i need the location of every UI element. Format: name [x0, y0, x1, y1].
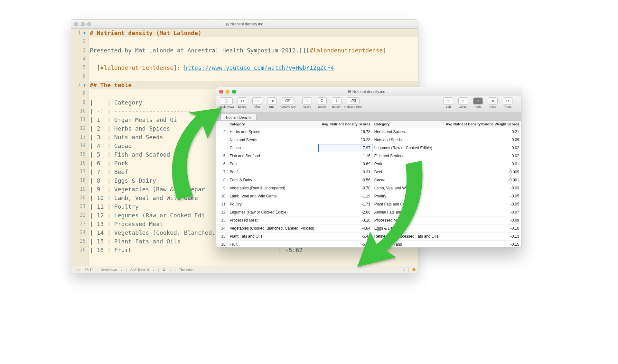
row-index[interactable]: 5 — [216, 152, 228, 160]
cell-category-2[interactable]: Animal Skin and — [372, 241, 442, 248]
cell-category-2[interactable]: Plant Fats and Oils — [372, 200, 442, 208]
cell-score-2[interactable]: 0.009 — [442, 168, 521, 176]
table-row[interactable]: 2Herbs and Spices16.78Herbs and Spices0.… — [216, 128, 521, 136]
toggle-rows-button[interactable]: ⎕Toggle Rows — [218, 97, 235, 108]
cell-score-2[interactable]: -0.07 — [442, 208, 521, 216]
cell-category[interactable]: Vegetables (Raw & Unprepared) — [228, 184, 318, 192]
cell-score-2[interactable]: -0.03 — [442, 184, 521, 192]
prune-button[interactable]: ✂Prune — [501, 97, 515, 108]
cell-score[interactable]: 10.28 — [318, 136, 372, 144]
line-gutter[interactable]: 1 ▼234567 ▼89101112131415161718192021222… — [71, 29, 89, 266]
none-button[interactable]: ✕None — [486, 97, 500, 108]
line-number[interactable]: 9 — [71, 98, 86, 107]
line-number[interactable]: 10 — [71, 107, 86, 115]
code-line[interactable]: | 8 | Eggs & Dairy — [90, 177, 156, 184]
cell-score[interactable]: 16.78 — [318, 128, 372, 136]
cell-score-2[interactable]: 0.09 — [442, 136, 521, 144]
row-index[interactable] — [216, 144, 228, 152]
cell-score[interactable]: -3.10 — [318, 216, 372, 224]
table-titlebar[interactable]: ▤ Nutrient density.md ⌄ — [216, 87, 521, 96]
cell-score[interactable]: -4.84 — [318, 224, 372, 232]
table-row[interactable]: 15Plant Fats and Oils-5.41Refined and Pr… — [216, 232, 521, 241]
line-number[interactable]: 2 — [71, 37, 86, 46]
table-row[interactable]: 7Beef0.31Beef0.009 — [216, 168, 521, 176]
dropdown-icon[interactable]: ⌄ — [387, 90, 389, 93]
cell-category-2[interactable]: Pork — [372, 160, 442, 168]
symbol-navigator[interactable]: The table — [179, 268, 193, 272]
code-line[interactable]: Presented by Mat Lalonde at Ancestral He… — [90, 47, 386, 54]
cell-score-2[interactable]: -0.13 — [442, 232, 521, 241]
remove-row-button[interactable]: ⌫Remove Row — [344, 97, 362, 108]
table-row[interactable]: Nuts and Seeds10.28Nuts and Seeds0.09 — [216, 136, 521, 144]
cell-score-2[interactable]: -0.001 — [442, 176, 521, 184]
cell-category[interactable]: Herbs and Spices — [228, 128, 318, 136]
code-line[interactable]: | 4 | Cacao — [90, 142, 132, 149]
cell-score[interactable]: 0.31 — [318, 168, 372, 176]
code-line[interactable]: | 11 | Poultry — [90, 203, 139, 210]
row-index[interactable]: 9 — [216, 184, 228, 192]
col-score-2[interactable]: Avg Nutrient Density/Caloric Weight Scor… — [442, 121, 521, 128]
table-row[interactable]: 8Eggs & Dairy-0.56Cacao-0.001 — [216, 176, 521, 184]
remove-col-button[interactable]: ⌫Remove Col — [280, 97, 296, 108]
row-index[interactable]: 10 — [216, 192, 228, 200]
cell-score-2[interactable]: 0.02 — [442, 144, 521, 152]
updown-icon[interactable]: ⇅ — [402, 268, 405, 271]
row-index[interactable]: 7 — [216, 168, 228, 176]
row-index[interactable]: 11 — [216, 200, 228, 208]
line-number[interactable]: 7 ▼ — [71, 81, 86, 89]
code-line[interactable]: | 6 | Pork — [90, 160, 128, 167]
table-row[interactable]: 14Vegetables (Cooked, Blanched, Canned, … — [216, 224, 521, 232]
before-button[interactable]: ↤Before — [235, 97, 249, 108]
cell-category[interactable]: Pork — [228, 160, 318, 168]
after-button[interactable]: ↦After — [250, 97, 264, 108]
cell-score[interactable]: -0.56 — [318, 176, 372, 184]
cell-category[interactable]: Lamb, Veal and Wild Game — [228, 192, 318, 200]
cell-category[interactable]: Nuts and Seeds — [228, 136, 318, 144]
code-line[interactable]: | 1 | Organ Meats and Oi — [90, 116, 177, 123]
cell-category[interactable]: Cacao — [228, 144, 318, 152]
cell-score-2[interactable]: -0.15 — [442, 241, 521, 248]
line-number[interactable]: 14 — [71, 141, 86, 150]
cell-score[interactable]: 7.97 — [318, 144, 372, 152]
editor-titlebar[interactable]: ▤ Nutrient density.md — [71, 20, 418, 29]
line-number[interactable]: 4 — [71, 55, 86, 63]
table-row[interactable]: 5Fish and Seafood1.16Fish and Seafood0.0… — [216, 152, 521, 160]
line-number[interactable]: 24 — [71, 228, 86, 237]
code-line[interactable]: | 2 | Herbs and Spices — [90, 125, 170, 132]
code-line[interactable]: | -: | ---------------------- — [90, 108, 191, 114]
col-category-1[interactable]: Category — [228, 121, 318, 128]
line-number[interactable]: 11 — [71, 115, 86, 124]
line-number[interactable]: 8 — [71, 89, 86, 98]
cell-score-2[interactable]: -0.09 — [442, 216, 521, 224]
cell-category[interactable]: Fruit — [228, 241, 318, 248]
table-row[interactable]: 12Legumes (Raw or Cooked Edible)-2.86Ani… — [216, 208, 521, 216]
cell-category[interactable]: Plant Fats and Oils — [228, 232, 318, 241]
dropdown-icon[interactable]: ⌄ — [120, 268, 123, 271]
table-row[interactable]: 16Fruit-5.62Animal Skin and-0.15 — [216, 241, 521, 248]
line-number[interactable]: 15 — [71, 150, 86, 159]
line-number[interactable]: 5 — [71, 63, 86, 72]
cell-category[interactable]: Poultry — [228, 200, 318, 208]
cell-score[interactable]: -5.62 — [318, 241, 372, 248]
table-row[interactable]: 6Pork0.69Pork0.01 — [216, 160, 521, 168]
line-number[interactable]: 23 — [71, 220, 86, 228]
row-index[interactable]: 13 — [216, 216, 228, 224]
code-line[interactable]: | 10 | Lamb, Veal and Wild Game — [90, 195, 198, 201]
cell-category-2[interactable]: Fish and Seafood — [372, 152, 442, 160]
row-index[interactable]: 8 — [216, 176, 228, 184]
cell-score[interactable]: -5.41 — [318, 232, 372, 241]
line-number[interactable]: 18 — [71, 176, 86, 185]
line-number[interactable]: 12 — [71, 124, 86, 133]
code-line[interactable]: | 7 | Beef — [90, 168, 128, 175]
code-line[interactable]: | 12 | Legumes (Raw or Cooked Edi — [90, 212, 205, 219]
cell-category[interactable]: Fish and Seafood — [228, 152, 318, 160]
cell-score[interactable]: 0.69 — [318, 160, 372, 168]
above-button[interactable]: ↥Above — [300, 97, 314, 108]
table-grid[interactable]: Category Avg. Nutrient Density Scores Ca… — [216, 121, 521, 247]
cell-category[interactable]: Eggs & Dairy — [228, 176, 318, 184]
soft-tabs-selector[interactable]: Soft Tabs: 4 — [130, 268, 149, 272]
cell-category-2[interactable]: Lamb, Veal and Wild Game — [372, 184, 442, 192]
cell-category-2[interactable]: Processed Meat — [372, 216, 442, 224]
code-line[interactable]: | 16 | Fruit | -5.62 | Animal — [90, 247, 418, 253]
line-number[interactable]: 17 — [71, 168, 86, 176]
